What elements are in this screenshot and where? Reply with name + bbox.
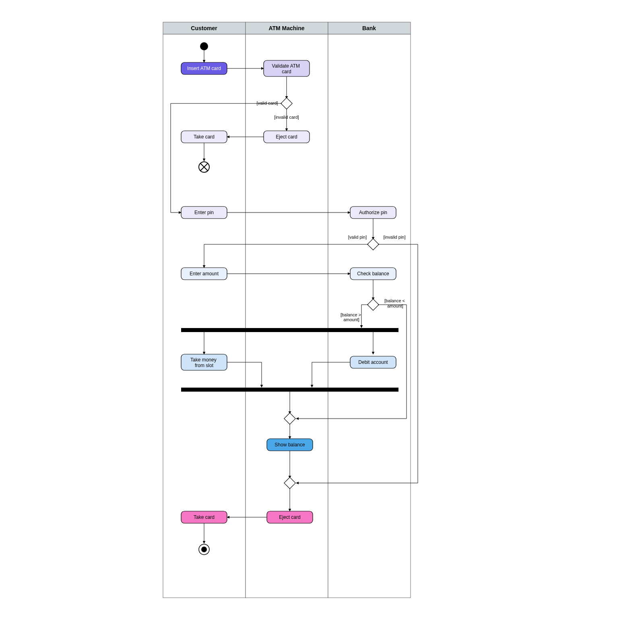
node-take-card-1: Take card bbox=[181, 131, 227, 143]
node-insert-card: Insert ATM card bbox=[181, 62, 227, 74]
svg-text:Take card: Take card bbox=[194, 134, 215, 140]
lane-title-atm: ATM Machine bbox=[268, 25, 304, 31]
svg-text:Check balance: Check balance bbox=[357, 271, 389, 277]
node-enter-amount: Enter amount bbox=[181, 268, 227, 280]
svg-text:Enter pin: Enter pin bbox=[194, 210, 214, 215]
lane-title-customer: Customer bbox=[191, 25, 217, 31]
node-enter-pin: Enter pin bbox=[181, 206, 227, 219]
node-check-balance: Check balance bbox=[350, 268, 396, 280]
node-show-balance: Show balance bbox=[267, 439, 313, 451]
initial-node bbox=[200, 42, 208, 50]
node-eject-card-2: Eject card bbox=[267, 511, 313, 523]
svg-text:Eject card: Eject card bbox=[276, 134, 297, 140]
svg-text:Show balance: Show balance bbox=[275, 442, 305, 448]
guard-invalid-pin: [invalid pin] bbox=[383, 235, 405, 239]
node-take-money: Take money from slot bbox=[181, 354, 227, 370]
svg-text:Debit account: Debit account bbox=[358, 359, 388, 365]
node-authorize-pin: Authorize pin bbox=[350, 206, 396, 219]
svg-text:Insert ATM card: Insert ATM card bbox=[187, 66, 221, 71]
svg-text:Take card: Take card bbox=[194, 514, 215, 520]
lane-title-bank: Bank bbox=[362, 25, 376, 31]
guard-valid-card: [valid card] bbox=[256, 101, 278, 105]
node-eject-card-1: Eject card bbox=[264, 131, 310, 143]
join-bar bbox=[181, 388, 398, 392]
guard-valid-pin: [valid pin] bbox=[348, 235, 367, 239]
flow-final bbox=[199, 162, 209, 172]
svg-text:Eject card: Eject card bbox=[279, 514, 300, 520]
node-debit-account: Debit account bbox=[350, 356, 396, 368]
guard-balance-gt: [balance > amount] bbox=[341, 312, 362, 322]
activity-diagram: Customer ATM Machine Bank Insert ATM car… bbox=[0, 0, 644, 644]
guard-balance-lt: [balance < amount] bbox=[384, 298, 406, 308]
fork-bar bbox=[181, 328, 398, 332]
node-take-card-2: Take card bbox=[181, 511, 227, 523]
activity-final bbox=[199, 544, 209, 555]
node-validate-card: Validate ATM card bbox=[264, 60, 310, 76]
svg-text:Authorize pin: Authorize pin bbox=[359, 210, 387, 215]
svg-text:Enter amount: Enter amount bbox=[190, 271, 219, 277]
svg-point-41 bbox=[201, 547, 207, 552]
